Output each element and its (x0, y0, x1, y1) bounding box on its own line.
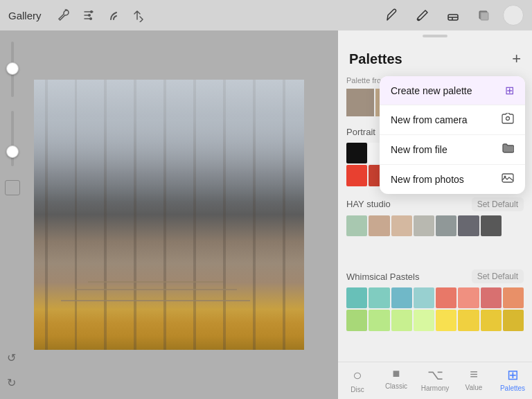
swatch[interactable] (369, 310, 389, 330)
swatch[interactable] (346, 310, 367, 330)
whimsical-pastels-palette-header: Whimsical Pastels Set Default (346, 269, 524, 283)
stylize-icon[interactable] (103, 4, 125, 26)
adjust-icon[interactable] (78, 4, 100, 26)
create-palette-item[interactable]: Create new palette ⊞ (380, 76, 525, 105)
hay-studio-palette-header: HAY studio Set Default (346, 197, 524, 211)
swatch[interactable] (414, 310, 434, 330)
selection-button[interactable] (5, 180, 20, 195)
swatch[interactable] (436, 287, 456, 308)
opacity-slider[interactable] (11, 111, 14, 166)
new-from-camera-item[interactable]: New from camera (380, 105, 525, 135)
swatch[interactable] (436, 310, 456, 330)
brush-size-slider[interactable] (11, 42, 14, 97)
swatch[interactable] (346, 287, 367, 308)
palettes-label: Palettes (500, 384, 525, 392)
swatch[interactable] (414, 287, 434, 308)
whimsical-pastels-set-default-button[interactable]: Set Default (472, 269, 524, 283)
eraser-icon[interactable] (442, 4, 464, 26)
swatch[interactable] (369, 287, 389, 308)
create-palette-label: Create new palette (391, 85, 472, 96)
hay-studio-set-default-button[interactable]: Set Default (472, 197, 524, 211)
swatch[interactable] (391, 310, 412, 330)
swatch[interactable] (414, 215, 434, 236)
wrench-icon[interactable] (53, 4, 75, 26)
swatch[interactable] (346, 143, 367, 163)
svg-point-0 (90, 10, 93, 13)
whimsical-pastels-palette-section: Whimsical Pastels Set Default (346, 269, 524, 331)
swatch[interactable] (458, 310, 479, 330)
swatch (414, 238, 434, 258)
swatch[interactable] (458, 287, 479, 308)
portrait-palette-name: Portrait (346, 127, 375, 137)
swatch[interactable] (458, 215, 479, 236)
harmony-icon: ⌥ (427, 366, 443, 383)
svg-point-1 (88, 14, 91, 17)
hay-studio-palette-section: HAY studio Set Default (346, 197, 524, 259)
classic-label: Classic (385, 382, 407, 390)
top-right-tools (381, 4, 524, 26)
new-from-file-label: New from file (391, 144, 447, 155)
swatch[interactable] (346, 215, 367, 236)
canvas-area (0, 30, 338, 399)
classic-icon: ■ (393, 366, 400, 381)
swatch[interactable] (391, 287, 412, 308)
transform-icon[interactable] (127, 4, 150, 26)
brush-icon[interactable] (411, 4, 434, 26)
tab-value[interactable]: ≡ Value (454, 366, 493, 393)
redo-icon[interactable]: ↻ (0, 371, 22, 393)
swatch (346, 89, 374, 116)
swatch (391, 238, 412, 258)
undo-redo-group: ↺ ↻ (0, 346, 25, 393)
palettes-header: Palettes + Create new palette ⊞ New from… (338, 42, 532, 73)
swatch (369, 238, 389, 258)
swatch[interactable] (503, 287, 524, 308)
left-panel: ↺ ↻ (0, 30, 25, 399)
folder-icon (502, 143, 514, 157)
palette-dropdown-menu: Create new palette ⊞ New from camera New… (380, 76, 525, 194)
swatch[interactable] (503, 310, 524, 330)
camera-icon (502, 113, 514, 127)
canvas-image[interactable] (34, 80, 304, 350)
tab-disc[interactable]: ○ Disc (338, 366, 377, 393)
undo-icon[interactable]: ↺ (0, 346, 22, 369)
new-from-camera-label: New from camera (391, 114, 467, 125)
svg-rect-6 (481, 12, 488, 20)
disc-label: Disc (351, 386, 364, 393)
new-from-file-item[interactable]: New from file (380, 135, 525, 165)
drag-handle (423, 35, 447, 37)
tab-palettes[interactable]: ⊞ Palettes (493, 366, 532, 393)
new-from-photos-item[interactable]: New from photos (380, 165, 525, 194)
color-picker[interactable] (503, 5, 524, 26)
palettes-panel: Palettes + Create new palette ⊞ New from… (338, 30, 532, 399)
swatch[interactable] (391, 215, 412, 236)
tab-classic[interactable]: ■ Classic (377, 366, 416, 393)
svg-point-3 (418, 19, 420, 21)
swatch[interactable] (369, 215, 389, 236)
add-palette-button[interactable]: + (512, 50, 521, 68)
swatch[interactable] (481, 287, 502, 308)
value-label: Value (466, 384, 483, 391)
whimsical-pastels-swatches (346, 287, 524, 331)
top-toolbar: Gallery (0, 0, 532, 30)
whimsical-pastels-palette-name: Whimsical Pastels (346, 272, 419, 282)
disc-icon: ○ (353, 366, 362, 384)
gallery-button[interactable]: Gallery (8, 10, 42, 21)
swatch (503, 215, 524, 236)
swatch (346, 238, 367, 258)
layers-icon[interactable] (472, 4, 495, 26)
swatch[interactable] (436, 215, 456, 236)
swatch (436, 238, 456, 258)
grid-icon: ⊞ (505, 84, 514, 97)
tab-harmony[interactable]: ⌥ Harmony (416, 366, 454, 393)
swatch (481, 238, 502, 258)
svg-point-7 (506, 117, 510, 121)
svg-point-2 (89, 17, 92, 20)
swatch[interactable] (481, 310, 502, 330)
harmony-label: Harmony (421, 384, 450, 392)
swatch[interactable] (346, 165, 367, 186)
hay-studio-palette-name: HAY studio (346, 199, 391, 209)
hay-studio-swatches (346, 215, 524, 259)
pen-icon[interactable] (381, 4, 403, 26)
swatch (503, 238, 524, 258)
swatch[interactable] (481, 215, 502, 236)
